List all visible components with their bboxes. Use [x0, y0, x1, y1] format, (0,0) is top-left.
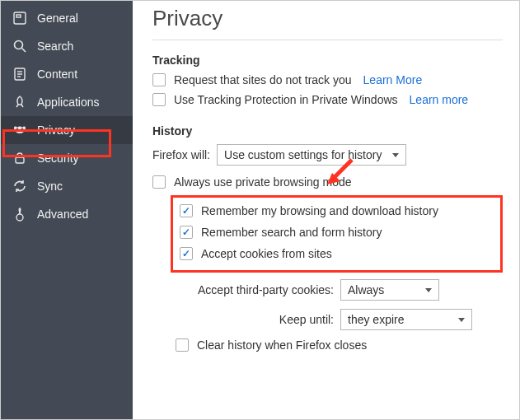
history-section: History Firefox will: Use custom setting… — [152, 124, 503, 352]
sidebar-item-label: Search — [37, 40, 73, 53]
sidebar-item-content[interactable]: Content — [1, 60, 133, 88]
svg-point-11 — [16, 214, 23, 221]
clear-on-close-label: Clear history when Firefox closes — [197, 338, 367, 352]
remember-browsing-checkbox[interactable] — [180, 204, 193, 217]
tracking-section: Tracking Request that sites do not track… — [152, 54, 503, 106]
third-party-value: Always — [348, 283, 384, 296]
content-icon — [12, 67, 27, 82]
sidebar-item-privacy[interactable]: Privacy — [1, 116, 133, 144]
history-heading: History — [152, 124, 503, 138]
always-private-checkbox[interactable] — [152, 175, 166, 189]
page-title: Privacy — [152, 6, 503, 31]
sidebar-item-label: Applications — [37, 96, 100, 109]
sidebar-item-applications[interactable]: Applications — [1, 88, 133, 116]
sidebar-item-sync[interactable]: Sync — [1, 172, 133, 200]
do-not-track-checkbox[interactable] — [152, 73, 166, 86]
sidebar-item-label: Advanced — [37, 208, 88, 221]
third-party-label: Accept third-party cookies: — [194, 283, 334, 296]
rocket-icon — [12, 95, 27, 110]
sidebar-item-label: Security — [37, 152, 79, 165]
svg-rect-10 — [16, 157, 24, 163]
tracking-protection-learn-more-link[interactable]: Learn more — [410, 93, 469, 106]
svg-line-3 — [22, 49, 26, 53]
sync-icon — [12, 179, 27, 194]
third-party-dropdown[interactable]: Always — [340, 279, 439, 301]
keep-until-label: Keep until: — [194, 313, 334, 326]
sidebar-item-security[interactable]: Security — [1, 144, 133, 172]
advanced-icon — [12, 207, 27, 222]
general-icon — [12, 11, 27, 26]
keep-until-value: they expire — [348, 313, 404, 326]
history-mode-value: Use custom settings for history — [224, 148, 382, 161]
highlighted-checkbox-group: Remember my browsing and download histor… — [171, 195, 503, 273]
history-mode-dropdown[interactable]: Use custom settings for history — [217, 144, 406, 166]
sidebar-item-label: Content — [37, 68, 77, 81]
svg-point-8 — [16, 128, 19, 131]
accept-cookies-checkbox[interactable] — [180, 247, 193, 260]
svg-point-2 — [15, 41, 23, 49]
always-private-label: Always use private browsing mode — [174, 175, 352, 189]
remember-search-checkbox[interactable] — [180, 226, 193, 239]
divider — [152, 40, 503, 40]
tracking-protection-label: Use Tracking Protection in Private Windo… — [174, 93, 398, 106]
sidebar-item-label: Sync — [37, 180, 63, 193]
search-icon — [12, 39, 27, 54]
sidebar-item-advanced[interactable]: Advanced — [1, 200, 133, 228]
keep-until-dropdown[interactable]: they expire — [340, 309, 472, 330]
tracking-protection-checkbox[interactable] — [152, 93, 166, 106]
clear-on-close-checkbox[interactable] — [176, 338, 189, 352]
sidebar-item-general[interactable]: General — [1, 4, 133, 32]
sidebar: General Search Content Applications Priv — [1, 1, 133, 419]
sidebar-item-label: General — [37, 12, 78, 25]
svg-rect-1 — [16, 15, 21, 17]
do-not-track-learn-more-link[interactable]: Learn More — [363, 73, 423, 86]
sidebar-item-search[interactable]: Search — [1, 32, 133, 60]
do-not-track-label: Request that sites do not track you — [174, 73, 352, 86]
main-pane: Privacy Tracking Request that sites do n… — [133, 1, 519, 419]
firefox-will-label: Firefox will: — [152, 148, 210, 161]
sidebar-item-label: Privacy — [37, 124, 75, 137]
remember-search-label: Remember search and form history — [201, 226, 382, 239]
tracking-heading: Tracking — [152, 54, 503, 67]
remember-browsing-label: Remember my browsing and download histor… — [201, 204, 438, 217]
mask-icon — [12, 123, 27, 138]
accept-cookies-label: Accept cookies from sites — [201, 247, 332, 260]
svg-rect-0 — [14, 12, 26, 24]
svg-point-9 — [21, 128, 24, 131]
lock-icon — [12, 151, 27, 166]
